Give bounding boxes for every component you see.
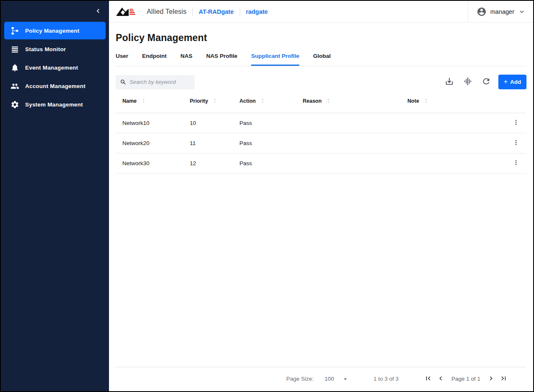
column-header-action[interactable]: Action	[233, 89, 296, 113]
supplicant-profile-table: Name Priority Action Reason Note Network…	[116, 89, 526, 174]
brand-name: Allied Telesis	[147, 8, 187, 16]
search-icon	[120, 79, 127, 86]
refresh-button[interactable]	[479, 75, 493, 89]
download-icon	[445, 77, 454, 87]
page-size-label: Page Size:	[286, 376, 314, 382]
sort-icon	[259, 98, 266, 104]
page-size-select[interactable]: 100	[324, 375, 349, 383]
tab-user[interactable]: User	[116, 53, 128, 66]
bell-icon	[10, 63, 19, 72]
cell-action: Pass	[233, 153, 296, 173]
row-menu-button[interactable]	[510, 137, 522, 149]
user-menu[interactable]: manager	[468, 1, 533, 23]
column-header-name[interactable]: Name	[116, 89, 183, 113]
cell-name: Network20	[116, 133, 183, 153]
next-page-button[interactable]	[485, 373, 497, 385]
pager-controls: Page 1 of 1	[422, 373, 510, 385]
column-header-reason[interactable]: Reason	[296, 89, 401, 113]
row-menu-button[interactable]	[510, 117, 522, 129]
chevron-left-icon	[437, 374, 445, 384]
sidebar-item-label: Account Management	[25, 83, 86, 89]
plus-icon: +	[504, 78, 508, 86]
sidebar-item-status-monitor[interactable]: Status Monitor	[4, 40, 106, 58]
cell-note	[401, 153, 503, 173]
page-indicator: Page 1 of 1	[451, 376, 480, 382]
sidebar-item-label: Event Management	[25, 65, 78, 71]
tab-global[interactable]: Global	[313, 53, 331, 66]
sidebar-nav: Policy Management Status Monitor Event M…	[1, 22, 109, 114]
divider	[192, 7, 193, 16]
sidebar-item-event-management[interactable]: Event Management	[4, 59, 106, 76]
kebab-icon	[512, 139, 520, 148]
add-button[interactable]: + Add	[498, 75, 526, 89]
cell-name: Network10	[116, 113, 183, 133]
app-window: Policy Management Status Monitor Event M…	[0, 0, 534, 392]
sort-icon	[423, 98, 429, 104]
sidebar-header	[1, 1, 109, 22]
page-title: Policy Management	[116, 32, 526, 44]
tab-bar: User Endpoint NAS NAS Profile Supplicant…	[116, 53, 526, 66]
sidebar-item-label: Status Monitor	[25, 46, 66, 52]
tab-nas-profile[interactable]: NAS Profile	[206, 53, 237, 66]
search-input[interactable]	[116, 75, 194, 89]
row-range-text: 1 to 3 of 3	[373, 376, 399, 382]
first-page-button[interactable]	[422, 373, 435, 385]
tab-supplicant-profile[interactable]: Supplicant Profile	[251, 53, 299, 66]
sort-icon	[325, 98, 332, 104]
column-header-actions	[503, 89, 526, 113]
cell-reason	[296, 133, 401, 153]
download-button[interactable]	[442, 75, 456, 89]
sort-icon	[140, 98, 147, 104]
table-row: Network10 10 Pass	[116, 113, 526, 133]
sort-icon	[212, 98, 218, 104]
first-page-icon	[424, 374, 432, 384]
pagination-bar: Page Size: 100 1 to 3 of 3 Page 1 of 1	[116, 367, 526, 390]
table-toolbar: + Add	[116, 75, 526, 89]
list-icon	[10, 44, 19, 54]
table-header-row: Name Priority Action Reason Note	[116, 89, 526, 113]
cell-reason	[296, 153, 401, 173]
column-header-note[interactable]: Note	[401, 89, 503, 113]
sidebar-item-system-management[interactable]: System Management	[4, 96, 106, 113]
chevron-left-icon	[94, 7, 102, 16]
cell-priority: 12	[183, 153, 233, 173]
tab-nas[interactable]: NAS	[181, 53, 193, 66]
chevron-right-icon	[487, 374, 495, 384]
cell-reason	[296, 113, 401, 133]
graphic-eq-icon	[463, 77, 472, 87]
cell-note	[401, 133, 503, 153]
row-menu-button[interactable]	[510, 157, 522, 169]
tab-endpoint[interactable]: Endpoint	[142, 53, 166, 66]
user-avatar-icon	[477, 7, 487, 17]
main-area: Allied Telesis AT-RADgate radgate manage…	[109, 1, 533, 391]
last-page-button[interactable]	[497, 373, 510, 385]
table-row: Network30 12 Pass	[116, 153, 526, 173]
search-box	[116, 75, 194, 89]
column-settings-button[interactable]	[461, 75, 475, 89]
sidebar-item-account-management[interactable]: Account Management	[4, 77, 106, 95]
cell-priority: 11	[183, 133, 233, 153]
gear-icon	[10, 100, 19, 109]
kebab-icon	[512, 159, 520, 168]
sidebar-collapse-button[interactable]	[94, 7, 102, 16]
cell-note	[401, 113, 503, 133]
host-link[interactable]: radgate	[246, 8, 268, 15]
kebab-icon	[512, 119, 520, 127]
table-row: Network20 11 Pass	[116, 133, 526, 153]
policy-schema-icon	[10, 26, 19, 35]
add-button-label: Add	[510, 79, 521, 85]
column-header-priority[interactable]: Priority	[183, 89, 233, 113]
divider	[240, 7, 240, 16]
sidebar-item-policy-management[interactable]: Policy Management	[4, 22, 106, 39]
cell-name: Network30	[116, 153, 183, 173]
cell-action: Pass	[233, 113, 296, 133]
chevron-down-icon	[518, 8, 526, 16]
people-icon	[10, 81, 19, 91]
top-bar: Allied Telesis AT-RADgate radgate manage…	[109, 1, 533, 23]
sidebar-item-label: Policy Management	[25, 28, 79, 34]
brand-area: Allied Telesis AT-RADgate radgate	[109, 7, 468, 17]
previous-page-button[interactable]	[435, 373, 447, 385]
product-link[interactable]: AT-RADgate	[199, 8, 234, 15]
allied-telesis-logo	[116, 7, 143, 17]
page-content: Policy Management User Endpoint NAS NAS …	[109, 23, 533, 391]
